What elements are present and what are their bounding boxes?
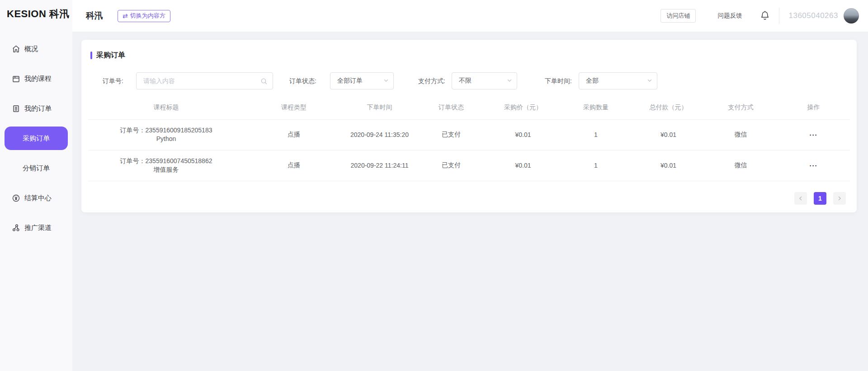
- search-icon[interactable]: [260, 78, 268, 87]
- switch-role-label: 切换为内容方: [130, 12, 165, 20]
- sidebar-item-label: 分销订单: [23, 164, 50, 173]
- settlement-yen-icon: [12, 194, 20, 202]
- cell-purchase-price: ¥0.01: [487, 150, 559, 181]
- cell-course-type: 点播: [244, 150, 344, 181]
- order-time-label: 下单时间:: [545, 72, 572, 89]
- switch-role-button[interactable]: ⇄ 切换为内容方: [118, 10, 170, 22]
- cell-actions: ···: [777, 150, 850, 181]
- course-title: Python: [88, 135, 244, 143]
- col-course-type: 课程类型: [244, 96, 344, 119]
- cell-total-paid: ¥0.01: [632, 150, 704, 181]
- title-accent-bar: [90, 52, 92, 59]
- main-area: 采购订单 订单号: 订单状态: 全部订单 支付方式: 不限: [72, 32, 868, 371]
- feedback-link[interactable]: 问题反馈: [717, 12, 742, 20]
- col-course-title: 课程标题: [88, 96, 244, 119]
- sidebar: KESION 科汛 概况 我的课程 我的订单 采购订单 分销订单: [0, 0, 72, 371]
- chevron-down-icon: [507, 77, 512, 85]
- cell-actions: ···: [777, 119, 850, 150]
- table-row: 订单号：2355916009185205183 Python 点播 2020-0…: [88, 119, 850, 150]
- sidebar-nav: 概况 我的课程 我的订单 采购订单 分销订单 结算中心: [0, 34, 72, 243]
- table-row: 订单号：2355916007450518862 增值服务 点播 2020-09-…: [88, 150, 850, 181]
- sidebar-item-label: 推广渠道: [24, 224, 52, 232]
- col-pay-method: 支付方式: [704, 96, 777, 119]
- col-order-status: 订单状态: [415, 96, 487, 119]
- user-avatar[interactable]: [844, 8, 859, 23]
- pagination-prev-button[interactable]: [794, 192, 807, 205]
- pay-method-label: 支付方式:: [418, 72, 445, 89]
- cell-pay-method: 微信: [704, 150, 777, 181]
- sidebar-item-overview[interactable]: 概况: [0, 34, 72, 64]
- cell-purchase-price: ¥0.01: [487, 119, 559, 150]
- order-status-label: 订单状态:: [289, 72, 316, 89]
- cell-order-time: 2020-09-22 11:24:11: [344, 150, 415, 181]
- cell-course-title: 订单号：2355916007450518862 增值服务: [88, 150, 244, 181]
- order-status-value: 全部订单: [337, 77, 383, 85]
- bell-icon[interactable]: [760, 10, 770, 21]
- chevron-down-icon: [383, 77, 389, 85]
- sidebar-item-label: 我的订单: [24, 104, 52, 113]
- filter-bar: 订单号: 订单状态: 全部订单 支付方式: 不限: [81, 72, 857, 89]
- pagination-next-button[interactable]: [833, 192, 846, 205]
- top-header: 科汛 ⇄ 切换为内容方 访问店铺 问题反馈 13605040263: [72, 0, 868, 32]
- cell-quantity: 1: [559, 150, 632, 181]
- sidebar-item-purchase-orders-wrap: 采购订单: [0, 123, 72, 153]
- account-phone-number: 13605040263: [788, 11, 838, 20]
- cell-pay-method: 微信: [704, 119, 777, 150]
- order-no-label: 订单号:: [103, 72, 123, 89]
- order-status-select[interactable]: 全部订单: [330, 72, 394, 89]
- cell-order-status: 已支付: [415, 150, 487, 181]
- col-purchase-price: 采购价（元）: [487, 96, 559, 119]
- cell-course-title: 订单号：2355916009185205183 Python: [88, 119, 244, 150]
- course-box-icon: [12, 75, 20, 83]
- order-time-value: 全部: [586, 77, 647, 85]
- order-no-input[interactable]: [137, 73, 273, 89]
- sidebar-item-promotion-channels[interactable]: 推广渠道: [0, 213, 72, 243]
- app-title: 科汛: [86, 10, 103, 22]
- home-icon: [12, 45, 20, 53]
- cell-order-status: 已支付: [415, 119, 487, 150]
- visit-store-label: 访问店铺: [666, 12, 690, 20]
- col-order-time: 下单时间: [344, 96, 415, 119]
- sidebar-item-label: 概况: [24, 45, 38, 53]
- pagination: 1: [794, 192, 846, 205]
- card-title-row: 采购订单: [90, 51, 125, 60]
- order-time-select[interactable]: 全部: [579, 72, 657, 89]
- sidebar-item-label: 结算中心: [24, 194, 52, 202]
- sidebar-item-distribution-orders[interactable]: 分销订单: [0, 153, 72, 183]
- sidebar-item-my-courses[interactable]: 我的课程: [0, 64, 72, 94]
- cell-order-time: 2020-09-24 11:35:20: [344, 119, 415, 150]
- col-total-paid: 总付款（元）: [632, 96, 704, 119]
- course-title: 增值服务: [88, 165, 244, 174]
- col-quantity: 采购数量: [559, 96, 632, 119]
- col-actions: 操作: [777, 96, 850, 119]
- row-actions-button[interactable]: ···: [810, 162, 818, 169]
- order-no-input-wrap: [136, 72, 273, 89]
- page-title: 采购订单: [96, 51, 125, 60]
- sidebar-item-label: 我的课程: [24, 75, 52, 83]
- cell-course-type: 点播: [244, 119, 344, 150]
- purchase-orders-card: 采购订单 订单号: 订单状态: 全部订单 支付方式: 不限: [81, 40, 857, 212]
- promotion-nodes-icon: [12, 224, 20, 232]
- sidebar-item-my-orders[interactable]: 我的订单: [0, 94, 72, 123]
- table-header-row: 课程标题 课程类型 下单时间 订单状态 采购价（元） 采购数量 总付款（元） 支…: [88, 96, 850, 119]
- row-actions-button[interactable]: ···: [810, 131, 818, 139]
- order-number: 订单号：2355916009185205183: [88, 126, 244, 135]
- sidebar-item-purchase-orders[interactable]: 采购订单: [5, 127, 68, 150]
- pagination-page-1[interactable]: 1: [814, 192, 826, 205]
- brand-logo: KESION 科汛: [0, 0, 72, 21]
- sidebar-item-settlement-center[interactable]: 结算中心: [0, 183, 72, 213]
- chevron-right-icon: [837, 196, 842, 201]
- cell-total-paid: ¥0.01: [632, 119, 704, 150]
- sidebar-item-label: 采购订单: [23, 134, 50, 143]
- order-number: 订单号：2355916007450518862: [88, 157, 244, 165]
- orders-table: 课程标题 课程类型 下单时间 订单状态 采购价（元） 采购数量 总付款（元） 支…: [88, 96, 850, 181]
- order-doc-icon: [12, 104, 20, 113]
- chevron-left-icon: [798, 196, 803, 201]
- swap-arrows-icon: ⇄: [123, 13, 128, 19]
- cell-quantity: 1: [559, 119, 632, 150]
- chevron-down-icon: [647, 77, 652, 85]
- header-divider: [779, 8, 779, 24]
- pay-method-value: 不限: [459, 77, 507, 85]
- visit-store-button[interactable]: 访问店铺: [660, 9, 696, 23]
- pay-method-select[interactable]: 不限: [452, 72, 517, 89]
